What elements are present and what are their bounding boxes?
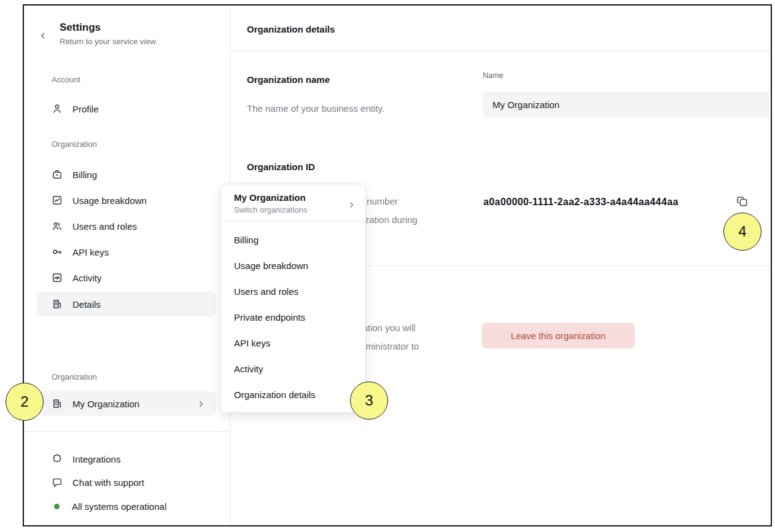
users-icon (52, 221, 63, 232)
sidebar-item-my-organization[interactable]: My Organization (37, 391, 216, 416)
copy-org-id-button[interactable] (733, 192, 751, 210)
organization-name-input[interactable] (483, 92, 769, 118)
activity-icon (52, 272, 63, 283)
name-field-label: Name (483, 71, 503, 80)
sidebar-item-label: Activity (72, 273, 102, 283)
leave-organization-button[interactable]: Leave this organization (481, 323, 635, 348)
sidebar-item-usage-breakdown[interactable]: Usage breakdown (37, 188, 216, 213)
menu-item-billing[interactable]: Billing (221, 227, 365, 252)
menu-item-usage-breakdown[interactable]: Usage breakdown (221, 252, 365, 278)
chevron-left-icon (39, 31, 47, 42)
annotation-step-4: 4 (723, 213, 761, 251)
status-dot (54, 504, 60, 509)
sidebar-item-details[interactable]: Details (37, 292, 216, 316)
sidebar-subtitle: Return to your service view (60, 37, 156, 46)
building-icon (52, 398, 63, 409)
section-label-organization: Organization (52, 139, 97, 149)
sidebar-item-integrations[interactable]: Integrations (37, 447, 216, 471)
dropdown-org-name: My Organization (234, 192, 353, 203)
section-label-organization-switcher: Organization (52, 372, 97, 381)
usage-breakdown-icon (52, 195, 63, 206)
org-name-heading: Organization name (247, 74, 330, 85)
sidebar-item-users-and-roles[interactable]: Users and roles (37, 214, 216, 238)
screenshot-canvas: Settings Return to your service view Acc… (0, 0, 775, 532)
sidebar-item-label: Billing (72, 170, 97, 180)
sidebar-item-label: Details (72, 299, 101, 310)
sidebar-title: Settings (60, 22, 101, 34)
sidebar-item-billing[interactable]: Billing (37, 162, 216, 187)
annotation-step-2: 2 (6, 383, 44, 421)
dropdown-org-subtitle: Switch organizations (234, 205, 353, 214)
organization-id-value: a0a00000-1111-2aa2-a333-a4a44aa444aa (483, 197, 679, 208)
header-divider (230, 50, 771, 51)
sidebar-item-label: Users and roles (72, 221, 137, 232)
sidebar-item-label: My Organization (72, 399, 139, 409)
dropdown-org-switcher[interactable]: My Organization Switch organizations (221, 184, 365, 222)
chevron-right-icon (348, 200, 356, 211)
settings-sidebar: Settings Return to your service view Acc… (24, 6, 230, 525)
section-label-account: Account (52, 75, 80, 84)
org-name-description: The name of your business entity. (247, 103, 450, 115)
sidebar-item-api-keys[interactable]: API keys (37, 240, 216, 264)
sidebar-item-label: Integrations (72, 454, 120, 464)
building-icon (52, 299, 63, 310)
billing-icon (52, 169, 63, 180)
sidebar-item-profile[interactable]: Profile (37, 96, 216, 121)
sidebar-item-label: Chat with support (72, 477, 144, 488)
sidebar-divider (24, 431, 230, 432)
sidebar-item-label: API keys (72, 247, 109, 257)
api-key-icon (52, 246, 63, 257)
menu-item-activity[interactable]: Activity (221, 356, 365, 381)
menu-item-organization-details[interactable]: Organization details (221, 381, 365, 407)
person-icon (52, 103, 63, 114)
org-id-heading: Organization ID (247, 162, 315, 172)
chevron-right-icon (197, 400, 205, 408)
menu-item-users-and-roles[interactable]: Users and roles (221, 278, 365, 304)
menu-item-private-endpoints[interactable]: Private endpoints (221, 304, 365, 330)
menu-item-api-keys[interactable]: API keys (221, 330, 365, 356)
sidebar-item-chat-support[interactable]: Chat with support (37, 471, 216, 494)
sidebar-item-label: Usage breakdown (72, 195, 147, 206)
sidebar-item-system-status[interactable]: All systems operational (37, 495, 216, 518)
organization-menu-dropdown: My Organization Switch organizations Bil… (220, 184, 366, 413)
sidebar-item-label: Profile (72, 104, 99, 114)
sidebar-item-label: All systems operational (72, 501, 166, 512)
chat-bubble-icon (52, 477, 63, 488)
app-window: Settings Return to your service view Acc… (23, 4, 772, 526)
annotation-step-3: 3 (350, 381, 388, 420)
page-title: Organization details (247, 24, 335, 34)
sidebar-item-activity[interactable]: Activity (37, 265, 216, 290)
copy-icon (736, 195, 749, 208)
dropdown-menu-list: Billing Usage breakdown Users and roles … (221, 222, 365, 412)
puzzle-icon (52, 453, 63, 464)
